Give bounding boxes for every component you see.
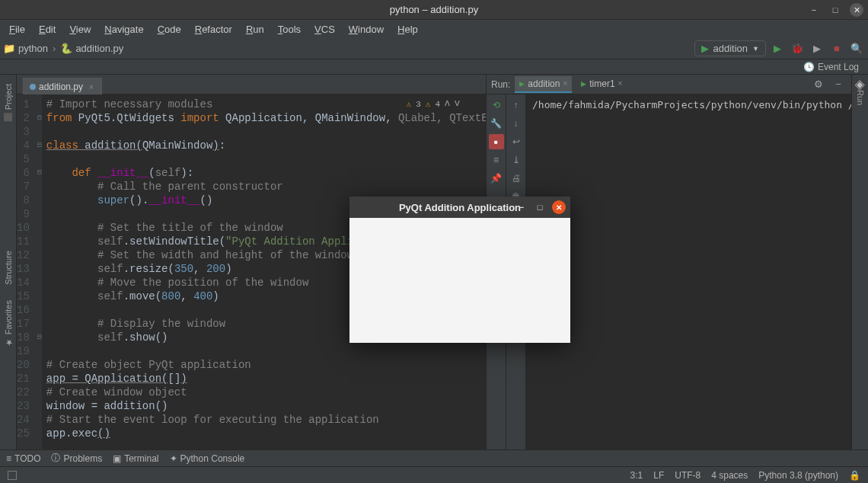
left-tab-structure[interactable]: Structure <box>4 251 13 285</box>
python-icon: ✦ <box>170 453 177 464</box>
run-output[interactable]: /home/fahmida/PycharmProjects/python/ven… <box>526 94 851 449</box>
breadcrumb: 📁 python › 🐍 addition.py <box>3 43 123 54</box>
play-icon: ▶ <box>701 43 709 54</box>
left-tab-favorites[interactable]: ★Favorites <box>3 300 13 347</box>
coverage-button[interactable]: ▶ <box>809 40 825 57</box>
right-tab-run[interactable]: Run <box>856 90 865 105</box>
chevron-down-icon[interactable]: ᐯ <box>455 98 460 111</box>
pyqt-maximize-button[interactable]: □ <box>534 201 546 213</box>
window-titlebar: python – addition.py − □ ✕ <box>0 0 868 20</box>
run-label: Run: <box>491 79 510 90</box>
close-button[interactable]: ✕ <box>850 3 863 17</box>
menu-window[interactable]: Window <box>343 22 390 37</box>
bottom-tab-problems[interactable]: ⓘProblems <box>51 452 102 465</box>
window-controls: − □ ✕ <box>807 3 863 17</box>
scroll-end-icon[interactable]: ⤓ <box>509 152 524 168</box>
play-icon: ▶ <box>519 80 525 88</box>
lock-icon[interactable]: 🔒 <box>849 470 860 481</box>
pyqt-titlebar[interactable]: PyQt Addition Application − □ ✕ <box>349 197 570 218</box>
menu-view[interactable]: View <box>63 22 97 37</box>
chevron-right-icon: › <box>53 43 56 54</box>
chevron-up-icon[interactable]: ᐱ <box>445 98 450 111</box>
run-tab-addition[interactable]: ▶ addition × <box>515 76 572 93</box>
status-encoding[interactable]: UTF-8 <box>675 470 700 481</box>
pyqt-app-window[interactable]: PyQt Addition Application − □ ✕ <box>349 197 570 343</box>
editor-tab-addition[interactable]: addition.py × <box>23 78 102 94</box>
bottom-tab-python-console[interactable]: ✦Python Console <box>170 453 245 464</box>
list-icon: ≡ <box>6 453 11 464</box>
gear-icon[interactable]: ⚙ <box>810 76 827 93</box>
editor-tabs: addition.py × <box>17 75 486 94</box>
down-arrow-icon[interactable]: ↓ <box>509 116 524 131</box>
python-file-icon <box>30 84 36 90</box>
run-header-buttons: ⚙ − <box>810 76 847 93</box>
maximize-button[interactable]: □ <box>828 3 842 17</box>
clock-icon: 🕓 <box>803 62 815 72</box>
right-tool-strip: ▣ Run <box>851 75 868 449</box>
bottom-bar: ≡TODO ⓘProblems ▣Terminal ✦Python Consol… <box>0 449 868 466</box>
status-lineending[interactable]: LF <box>653 470 664 481</box>
crumb-file[interactable]: 🐍 addition.py <box>60 43 123 54</box>
status-indicator-icon[interactable] <box>8 471 17 480</box>
menubar: FileEditViewNavigateCodeRefactorRunTools… <box>0 20 868 38</box>
status-position[interactable]: 3:1 <box>630 470 643 481</box>
terminal-icon: ▣ <box>113 453 121 464</box>
pyqt-close-button[interactable]: ✕ <box>552 200 566 214</box>
status-indent[interactable]: 4 spaces <box>711 470 748 481</box>
menu-help[interactable]: Help <box>391 22 424 37</box>
layout-icon[interactable]: ≡ <box>489 152 504 168</box>
up-arrow-icon[interactable]: ↑ <box>509 98 524 113</box>
menu-tools[interactable]: Tools <box>272 22 307 37</box>
window-title: python – addition.py <box>390 4 478 15</box>
run-config-selector[interactable]: ▶ addition ▼ <box>694 40 766 56</box>
status-interpreter[interactable]: Python 3.8 (python) <box>758 470 838 481</box>
left-tool-strip: Project Structure ★Favorites <box>0 75 17 449</box>
menu-refactor[interactable]: Refactor <box>189 22 238 37</box>
menu-vcs[interactable]: VCS <box>308 22 341 37</box>
wrench-icon[interactable]: 🔧 <box>489 116 504 131</box>
debug-button[interactable]: 🐞 <box>789 40 806 57</box>
pyqt-minimize-button[interactable]: − <box>515 201 528 213</box>
toolbar-right: ▶ addition ▼ ▶ 🐞 ▶ ■ 🔍 <box>694 40 865 57</box>
warning-icon: ⚠ <box>426 98 431 111</box>
tab-close-icon[interactable]: × <box>89 83 94 91</box>
warning-icon: ⚠ <box>407 98 412 111</box>
minimize-icon[interactable]: − <box>830 76 847 93</box>
pyqt-window-body[interactable] <box>349 218 570 343</box>
minimize-button[interactable]: − <box>807 3 821 17</box>
run-tab-timer1[interactable]: ▶ timer1 × <box>576 76 627 93</box>
softwrap-icon[interactable]: ↩ <box>509 134 524 149</box>
run-button[interactable]: ▶ <box>769 40 786 57</box>
menu-code[interactable]: Code <box>152 22 187 37</box>
close-icon[interactable]: × <box>563 79 567 88</box>
info-icon: ⓘ <box>51 452 60 465</box>
run-header: Run: ▶ addition × ▶ timer1 × ⚙ − <box>487 75 851 94</box>
event-log-bar[interactable]: 🕓 Event Log <box>0 59 868 75</box>
menu-file[interactable]: File <box>3 22 31 37</box>
bottom-tab-todo[interactable]: ≡TODO <box>6 453 40 464</box>
menu-navigate[interactable]: Navigate <box>98 22 149 37</box>
left-tab-project[interactable]: Project <box>4 84 13 121</box>
search-button[interactable]: 🔍 <box>848 40 865 57</box>
menu-run[interactable]: Run <box>240 22 270 37</box>
folder-icon: 📁 <box>3 43 15 54</box>
pyqt-title: PyQt Addition Application <box>399 202 521 213</box>
crumb-project[interactable]: 📁 python <box>3 43 48 54</box>
python-file-icon: 🐍 <box>60 43 72 54</box>
close-icon[interactable]: × <box>618 79 623 88</box>
stop-button[interactable]: ■ <box>489 134 504 149</box>
line-number-gutter: 1234567891011121314151617181920212223242… <box>17 94 37 449</box>
chevron-down-icon: ▼ <box>752 45 759 53</box>
bottom-tab-terminal[interactable]: ▣Terminal <box>113 453 158 464</box>
inspection-bar[interactable]: ⚠3 ⚠4 ᐱ ᐯ <box>404 98 463 111</box>
print-icon[interactable]: 🖨 <box>509 171 524 186</box>
rerun-button[interactable]: ⟲ <box>489 98 504 113</box>
play-icon: ▶ <box>581 80 586 88</box>
menu-edit[interactable]: Edit <box>33 22 62 37</box>
toolbar: 📁 python › 🐍 addition.py ▶ addition ▼ ▶ … <box>0 38 868 59</box>
stop-button[interactable]: ■ <box>828 40 845 57</box>
pin-icon[interactable]: 📌 <box>489 171 504 186</box>
status-bar: 3:1 LF UTF-8 4 spaces Python 3.8 (python… <box>0 466 868 483</box>
